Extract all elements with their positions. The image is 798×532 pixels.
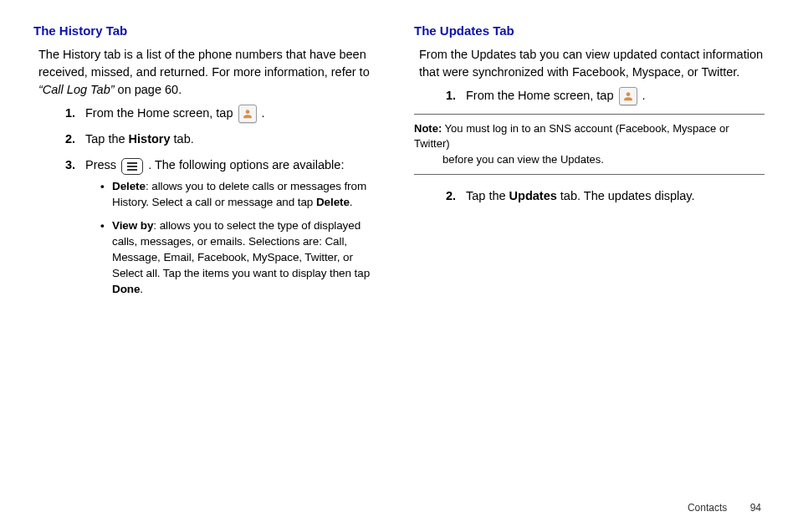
call-log-ref: “Call Log Tab” — [38, 83, 115, 96]
history-steps: 1. From the Home screen, tap . 2. Tap th… — [33, 104, 384, 306]
footer-page-number: 94 — [750, 502, 761, 514]
step-number: 2. — [446, 187, 466, 206]
step-content: Tap the History tab. — [85, 130, 384, 149]
history-bullets: • Delete: allows you to delete calls or … — [85, 179, 384, 298]
step-content: Press . The following options are availa… — [85, 156, 384, 305]
page-footer: Contacts 94 — [688, 502, 761, 514]
history-intro: The History tab is a list of the phone n… — [33, 46, 384, 99]
step-text-after: tab. The updates display. — [557, 189, 695, 202]
note-text-line1: You must log in to an SNS account (Faceb… — [414, 122, 729, 150]
step-text-before: Tap the — [85, 132, 129, 146]
bullet-body: View by: allows you to select the type o… — [112, 218, 384, 297]
history-step-2: 2. Tap the History tab. — [65, 130, 384, 149]
step-bold: History — [129, 132, 171, 146]
step-content: Tap the Updates tab. The updates display… — [466, 187, 765, 206]
bullet-marker: • — [100, 218, 112, 297]
bullet-delete: • Delete: allows you to delete calls or … — [100, 179, 384, 211]
left-column: The History Tab The History tab is a lis… — [33, 23, 384, 313]
step-content: From the Home screen, tap . — [85, 104, 384, 123]
step-text-after: tab. — [171, 132, 194, 146]
bullet-body: Delete: allows you to delete calls or me… — [112, 179, 384, 211]
bullet-bold-1: Delete — [112, 180, 146, 192]
step-text-after: . The following options are available: — [148, 158, 344, 171]
bullet-bold-2: Done — [112, 283, 140, 295]
bullet-text-2: . — [350, 196, 353, 208]
history-intro-text-2: on page 60. — [115, 83, 182, 96]
step-text-after: . — [642, 89, 646, 102]
note-label: Note: — [414, 122, 442, 135]
history-tab-heading: The History Tab — [33, 23, 384, 38]
step-number: 2. — [65, 130, 85, 149]
contacts-icon — [619, 87, 637, 105]
history-step-1: 1. From the Home screen, tap . — [65, 104, 384, 123]
bullet-text-2: . — [140, 283, 143, 295]
step-text-before: Tap the — [466, 189, 509, 202]
step-text-before: Press — [85, 158, 120, 171]
updates-step-1: 1. From the Home screen, tap . — [446, 86, 765, 105]
bullet-marker: • — [100, 179, 112, 211]
step-content: From the Home screen, tap . — [466, 86, 765, 105]
bullet-bold-2: Delete — [316, 196, 350, 208]
updates-steps-b: 2. Tap the Updates tab. The updates disp… — [414, 187, 765, 206]
bullet-view-by: • View by: allows you to select the type… — [100, 218, 384, 297]
contacts-icon — [238, 105, 257, 123]
step-bold: Updates — [509, 189, 557, 202]
history-step-3: 3. Press . The following options are ava… — [65, 156, 384, 305]
footer-section: Contacts — [688, 502, 727, 514]
step-number: 1. — [65, 104, 85, 123]
history-intro-text-1: The History tab is a list of the phone n… — [38, 48, 370, 79]
step-text-before: From the Home screen, tap — [466, 89, 617, 102]
updates-intro: From the Updates tab you can view update… — [414, 46, 765, 81]
updates-steps-a: 1. From the Home screen, tap . — [414, 86, 765, 105]
menu-icon — [121, 158, 143, 175]
step-text-before: From the Home screen, tap — [85, 106, 237, 120]
note-block: Note: You must log in to an SNS account … — [414, 114, 765, 175]
step-number: 3. — [65, 156, 85, 175]
updates-step-2: 2. Tap the Updates tab. The updates disp… — [446, 187, 765, 206]
updates-tab-heading: The Updates Tab — [414, 23, 765, 38]
step-text-after: . — [262, 106, 265, 120]
right-column: The Updates Tab From the Updates tab you… — [414, 23, 765, 313]
note-text-line2: before you can view the Updates. — [414, 152, 765, 167]
step-number: 1. — [446, 86, 466, 105]
bullet-bold-1: View by — [112, 219, 153, 232]
